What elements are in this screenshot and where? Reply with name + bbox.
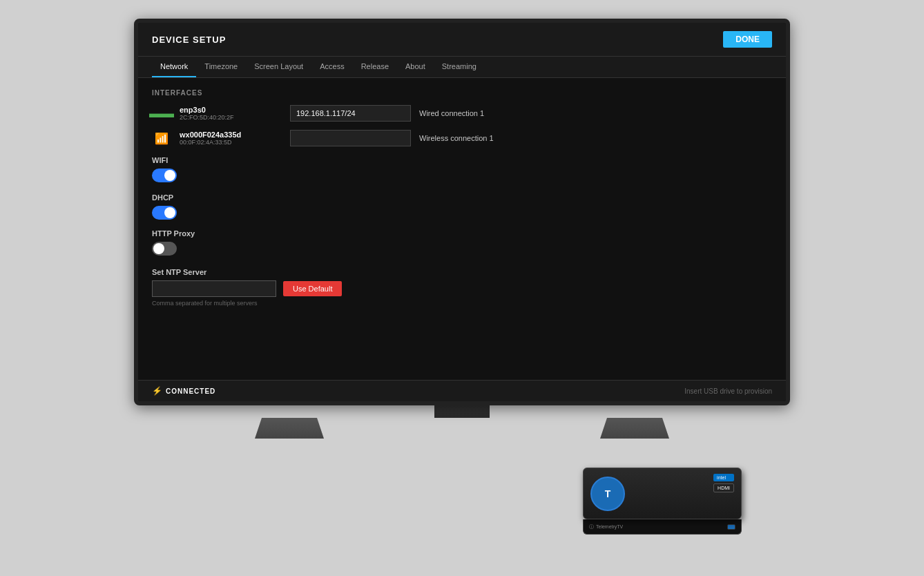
- proxy-toggle-label: HTTP Proxy: [152, 229, 772, 238]
- use-default-button[interactable]: Use Default: [283, 281, 342, 296]
- ntp-input[interactable]: [152, 280, 276, 297]
- wifi-toggle-track[interactable]: [152, 169, 177, 182]
- ethernet-info: enp3s0 2C:FO:5D:40:20:2F: [180, 106, 290, 121]
- connection-status: ⚡ CONNECTED: [152, 386, 215, 396]
- dhcp-toggle[interactable]: [152, 206, 177, 220]
- ethernet-icon: ▬▬: [149, 106, 174, 121]
- tv-screen-outer: DEVICE SETUP DONE Network Timezone Scree…: [134, 19, 790, 405]
- dhcp-toggle-track[interactable]: [152, 206, 177, 220]
- tv-screen: DEVICE SETUP DONE Network Timezone Scree…: [138, 23, 786, 401]
- http-proxy-section: HTTP Proxy: [152, 229, 772, 258]
- stb-logo: T: [590, 477, 625, 511]
- tab-access[interactable]: Access: [311, 57, 352, 77]
- dhcp-section: DHCP: [152, 193, 772, 222]
- tab-timezone[interactable]: Timezone: [196, 57, 246, 77]
- connected-text: CONNECTED: [166, 387, 215, 395]
- intel-badge: intel: [713, 474, 734, 481]
- tab-about[interactable]: About: [397, 57, 434, 77]
- stb-bottom: ⓘ TelemetryTV: [583, 519, 742, 535]
- ntp-label: Set NTP Server: [152, 268, 772, 276]
- stb-body: T intel HDMI: [583, 468, 742, 519]
- wifi-connection-label: Wireless connection 1: [419, 134, 494, 142]
- proxy-toggle-thumb: [153, 243, 164, 254]
- ethernet-icon-container: ▬▬: [152, 104, 171, 123]
- proxy-toggle-track[interactable]: [152, 242, 177, 256]
- tab-streaming[interactable]: Streaming: [434, 57, 485, 77]
- tab-screen-layout[interactable]: Screen Layout: [246, 57, 311, 77]
- tv-container: DEVICE SETUP DONE Network Timezone Scree…: [127, 19, 797, 557]
- wifi-icon: 📶: [155, 132, 169, 145]
- wifi-mac: 00:0F:02:4A:33:5D: [180, 139, 290, 146]
- tv-stand-neck: [434, 405, 490, 418]
- wifi-section: WIFI: [152, 156, 772, 185]
- ethernet-ip-input[interactable]: [290, 105, 411, 122]
- app-header: DEVICE SETUP DONE: [138, 23, 786, 57]
- hdmi-badge: HDMI: [713, 483, 734, 492]
- stb-badges: intel HDMI: [713, 474, 734, 492]
- ntp-section: Set NTP Server Use Default Comma separat…: [152, 268, 772, 307]
- interface-row-wifi: 📶 wx000F024a335d 00:0F:02:4A:33:5D Wirel…: [152, 128, 772, 148]
- dhcp-toggle-thumb: [164, 207, 175, 218]
- wifi-info: wx000F024a335d 00:0F:02:4A:33:5D: [180, 131, 290, 146]
- ntp-row: Use Default: [152, 280, 772, 297]
- wifi-icon-container: 📶: [152, 128, 171, 148]
- proxy-toggle[interactable]: [152, 242, 177, 256]
- ethernet-name: enp3s0: [180, 106, 290, 114]
- dhcp-toggle-label: DHCP: [152, 193, 772, 202]
- network-content: INTERFACES ▬▬ enp3s0 2C:FO:5D:40:20:2F W…: [138, 78, 786, 380]
- interface-row-ethernet: ▬▬ enp3s0 2C:FO:5D:40:20:2F Wired connec…: [152, 104, 772, 123]
- wifi-toggle-label: WIFI: [152, 156, 772, 164]
- tab-release[interactable]: Release: [353, 57, 397, 77]
- wifi-toggle[interactable]: [152, 169, 177, 182]
- stb-brand-text: TelemetryTV: [596, 524, 623, 529]
- set-top-box: T intel HDMI ⓘ TelemetryTV: [583, 468, 755, 544]
- app-footer: ⚡ CONNECTED Insert USB drive to provisio…: [138, 380, 786, 401]
- stand-leg-right: [600, 418, 669, 439]
- tabs-bar: Network Timezone Screen Layout Access Re…: [138, 57, 786, 78]
- wifi-name: wx000F024a335d: [180, 131, 290, 139]
- done-button[interactable]: DONE: [723, 31, 772, 48]
- stb-led: [727, 524, 735, 530]
- stb-brand-icon: ⓘ: [589, 524, 594, 530]
- app-title: DEVICE SETUP: [152, 35, 226, 45]
- wifi-toggle-thumb: [164, 170, 175, 181]
- ethernet-connection-label: Wired connection 1: [419, 109, 484, 117]
- stand-leg-left: [255, 418, 324, 439]
- ntp-hint: Comma separated for multiple servers: [152, 300, 772, 307]
- ethernet-mac: 2C:FO:5D:40:20:2F: [180, 114, 290, 121]
- tv-stand-base: [255, 418, 669, 439]
- usb-hint: Insert USB drive to provision: [684, 387, 772, 395]
- wifi-ip-input[interactable]: [290, 130, 411, 146]
- stb-brand-label: ⓘ TelemetryTV: [589, 524, 623, 530]
- interfaces-label: INTERFACES: [152, 89, 772, 97]
- lightning-icon: ⚡: [152, 386, 162, 396]
- tab-network[interactable]: Network: [152, 57, 196, 77]
